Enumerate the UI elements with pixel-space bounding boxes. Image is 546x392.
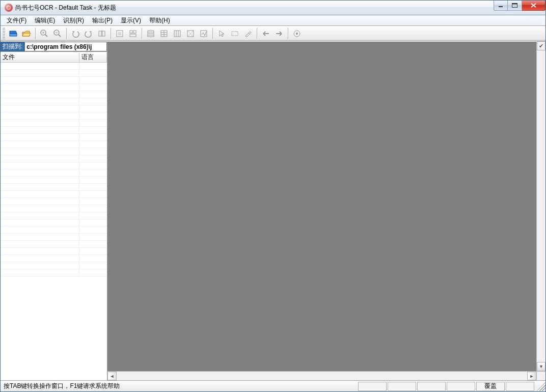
table-row[interactable]: [1, 70, 107, 77]
scroll-right-button[interactable]: ►: [527, 372, 536, 380]
layout3-button[interactable]: [171, 27, 183, 40]
svg-rect-15: [118, 32, 121, 35]
table-row[interactable]: [1, 212, 107, 219]
table-row[interactable]: [1, 63, 107, 70]
table-row[interactable]: [1, 141, 107, 148]
auto-region-button[interactable]: [127, 27, 139, 40]
toolbar-grip: [3, 28, 5, 39]
svg-rect-11: [99, 31, 101, 36]
table-row[interactable]: [1, 91, 107, 98]
window-title: 尚书七号OCR - Default Task - 无标题: [15, 4, 116, 12]
table-row[interactable]: [1, 113, 107, 120]
pointer-button[interactable]: [215, 27, 228, 40]
app-icon: [5, 4, 13, 12]
rotate-right-button[interactable]: [83, 27, 95, 40]
scroll-corner: [536, 371, 545, 380]
scroll-left-button[interactable]: ◄: [107, 372, 117, 380]
table-row[interactable]: [1, 155, 107, 162]
table-row[interactable]: [1, 162, 107, 170]
table-row[interactable]: [1, 198, 107, 205]
minimize-button[interactable]: [494, 1, 508, 11]
svg-line-5: [45, 35, 47, 37]
table-row[interactable]: [1, 255, 107, 262]
toolbar-separator: [35, 28, 36, 39]
layout1-button[interactable]: [145, 27, 157, 40]
file-table-body[interactable]: [1, 63, 107, 380]
next-button[interactable]: [273, 27, 285, 40]
recognize-button[interactable]: [291, 27, 303, 40]
file-table: 文件 语言: [1, 52, 107, 380]
table-row[interactable]: [1, 269, 107, 276]
eyedropper-button[interactable]: [242, 27, 254, 40]
table-row[interactable]: [1, 177, 107, 184]
layout2-button[interactable]: [158, 27, 170, 40]
scan-path-input[interactable]: c:\program files (x86)\j: [24, 42, 107, 51]
status-panes: 覆盖: [358, 381, 545, 391]
table-row[interactable]: [1, 77, 107, 84]
vertical-scrollbar[interactable]: ✔ ▼: [536, 42, 545, 371]
svg-rect-12: [102, 31, 105, 36]
table-row[interactable]: [1, 227, 107, 234]
table-row[interactable]: [1, 148, 107, 155]
svg-rect-16: [130, 31, 132, 33]
table-row[interactable]: [1, 241, 107, 248]
toolbar-separator: [142, 28, 142, 39]
scan-to-label: 扫描到:: [1, 42, 24, 51]
resize-grip-icon[interactable]: [536, 382, 545, 391]
table-row[interactable]: [1, 105, 107, 113]
col-file-header[interactable]: 文件: [1, 52, 79, 63]
menu-recognize[interactable]: 识别(R): [59, 15, 88, 26]
status-text: 按TAB键转换操作窗口，F1键请求系统帮助: [1, 382, 358, 390]
layout5-button[interactable]: [198, 27, 210, 40]
status-pane: [358, 382, 387, 391]
maximize-button[interactable]: [508, 1, 522, 11]
table-row[interactable]: [1, 191, 107, 198]
viewport-check-icon[interactable]: ✔: [537, 41, 545, 50]
svg-rect-3: [10, 34, 17, 36]
table-row[interactable]: [1, 134, 107, 141]
table-row[interactable]: [1, 170, 107, 177]
prev-button[interactable]: [260, 27, 272, 40]
table-row[interactable]: [1, 120, 107, 127]
scan-button[interactable]: [7, 27, 19, 40]
svg-rect-32: [232, 32, 238, 36]
table-row[interactable]: [1, 84, 107, 91]
table-row[interactable]: [1, 184, 107, 191]
table-row[interactable]: [1, 127, 107, 134]
title-bar: 尚书七号OCR - Default Task - 无标题: [1, 1, 545, 15]
menu-file[interactable]: 文件(F): [3, 15, 31, 26]
close-button[interactable]: [522, 1, 545, 11]
flip-button[interactable]: [96, 27, 108, 40]
table-row[interactable]: [1, 248, 107, 255]
table-row[interactable]: [1, 219, 107, 227]
layout4-button[interactable]: [184, 27, 197, 40]
svg-rect-27: [174, 31, 180, 37]
zoom-out-button[interactable]: [51, 27, 64, 40]
menu-help[interactable]: 帮助(H): [145, 15, 174, 26]
table-row[interactable]: [1, 98, 107, 105]
menu-view[interactable]: 显示(V): [117, 15, 145, 26]
open-button[interactable]: [20, 27, 33, 40]
menu-output[interactable]: 输出(P): [88, 15, 117, 26]
menu-bar: 文件(F) 编辑(E) 识别(R) 输出(P) 显示(V) 帮助(H): [1, 15, 545, 26]
svg-point-34: [296, 33, 298, 35]
table-row[interactable]: [1, 205, 107, 212]
scan-path-row: 扫描到: c:\program files (x86)\j: [1, 42, 107, 52]
col-lang-header[interactable]: 语言: [79, 52, 107, 63]
scroll-down-button[interactable]: ▼: [537, 362, 545, 371]
zoom-in-button[interactable]: [38, 27, 50, 40]
table-row[interactable]: [1, 234, 107, 241]
rotate-left-button[interactable]: [69, 27, 81, 40]
horizontal-scrollbar[interactable]: ◄ ►: [107, 371, 536, 380]
toolbar-separator: [288, 28, 288, 39]
status-pane: [388, 382, 416, 391]
toolbar-separator: [111, 28, 111, 39]
table-row[interactable]: [1, 262, 107, 269]
marquee-button[interactable]: [229, 27, 241, 40]
content-area: 扫描到: c:\program files (x86)\j 文件 语言: [1, 41, 545, 380]
menu-edit[interactable]: 编辑(E): [31, 15, 59, 26]
toolbar: [1, 26, 545, 41]
image-viewport[interactable]: ✔ ▼ ◄ ►: [107, 42, 545, 380]
window-controls: [494, 1, 545, 11]
select-region-button[interactable]: [114, 27, 126, 40]
